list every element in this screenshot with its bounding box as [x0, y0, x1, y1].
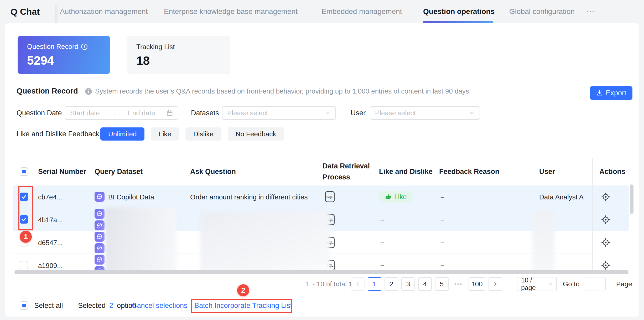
tracking-list-count: 18 [136, 54, 230, 68]
like-badge: Like [379, 191, 413, 203]
tracking-list-card[interactable]: Tracking List 18 [127, 36, 230, 74]
column-header-ask-question: Ask Question [190, 158, 236, 185]
annotation-step-1: 1 [20, 231, 32, 243]
feedback-option-dislike[interactable]: Dislike [185, 127, 221, 141]
serial-number-cell: 4b17a... [38, 216, 63, 224]
serial-number-cell: d6547... [38, 239, 63, 247]
select-all-label[interactable]: Select all [34, 295, 63, 316]
feedback-option-no-feedback[interactable]: No Feedback [228, 127, 284, 141]
select-all-checkbox[interactable] [20, 301, 28, 310]
header-checkbox[interactable] [20, 167, 28, 176]
user-label: User [351, 106, 366, 120]
column-header-query-dataset: Query Dataset [95, 158, 143, 185]
tab-enterprise-knowledge-base-management[interactable]: Enterprise knowledge base management [164, 0, 298, 23]
tabs-more-button[interactable]: ⋯ [586, 0, 595, 23]
dataset-icon [95, 209, 105, 219]
page-button-1[interactable]: 1 [368, 277, 381, 291]
actions-column-separator [592, 158, 593, 271]
question-operations-page: Q Chat Authorization management Enterpri… [0, 0, 644, 320]
pagination-ellipsis[interactable]: ••• [452, 277, 465, 291]
tab-authorization-management[interactable]: Authorization management [60, 0, 148, 23]
section-description: System records the user’s Q&A records ba… [95, 87, 471, 95]
selected-count: 2 [109, 302, 113, 310]
cancel-selections-link[interactable]: Cancel selections [132, 295, 188, 316]
add-to-tracking-icon[interactable] [601, 238, 610, 247]
datasets-label: Datasets [191, 106, 219, 120]
user-cell: Data Analyst A [539, 193, 584, 201]
add-to-tracking-icon[interactable] [601, 192, 610, 202]
datasets-select-placeholder: Please select [227, 109, 268, 117]
chevron-left-icon [355, 281, 361, 287]
thumb-up-icon [385, 193, 392, 200]
column-header-feedback-reason: Feedback Reason [439, 158, 500, 185]
row-checkbox[interactable] [20, 261, 28, 269]
section-title: Question Record [17, 87, 78, 95]
vertical-scrollbar[interactable] [630, 184, 633, 214]
feedback-reason-cell: – [440, 193, 444, 201]
serial-number-cell: cb7e4... [38, 193, 63, 201]
start-date-placeholder[interactable]: Start date [70, 109, 100, 117]
add-to-tracking-icon[interactable] [601, 261, 610, 270]
annotation-box-1 [18, 186, 33, 230]
active-tab-underline [423, 21, 493, 23]
add-to-tracking-icon[interactable] [601, 215, 610, 224]
redacted-dataset-names [105, 208, 176, 271]
like-badge-label: Like [394, 193, 407, 201]
page-button-3[interactable]: 3 [401, 277, 415, 291]
column-header-user: User [539, 158, 555, 185]
calendar-icon [166, 110, 173, 116]
table-body: cb7e4... BI Copilot Data Order amount ra… [0, 185, 644, 271]
dataset-icon [95, 255, 105, 265]
column-header-like-and-dislike: Like and Dislike [379, 158, 433, 185]
selected-row-highlight [13, 185, 629, 208]
user-select[interactable]: Please select [370, 106, 480, 120]
export-button-label: Export [606, 89, 626, 97]
page-button-2[interactable]: 2 [385, 277, 398, 291]
tab-global-configuration[interactable]: Global configuration [509, 0, 575, 23]
like-dislike-cell: – [380, 216, 384, 224]
page-button-4[interactable]: 4 [418, 277, 432, 291]
sql-icon[interactable]: SQL [325, 191, 335, 202]
tab-embedded-management[interactable]: Embedded management [321, 0, 402, 23]
like-dislike-cell: – [380, 261, 384, 270]
feedback-reason-cell: – [440, 239, 444, 247]
page-size-value: 10 / page [521, 276, 548, 292]
goto-page-input[interactable] [584, 277, 606, 291]
feedback-option-unlimited[interactable]: Unlimited [100, 127, 144, 141]
query-dataset-cell: BI Copilot Data [108, 193, 154, 201]
page-label: Page [616, 273, 632, 295]
ask-question-cell: Order amount ranking in different cities [190, 193, 308, 201]
annotation-box-2 [191, 299, 292, 313]
datasets-select[interactable]: Please select [222, 106, 336, 120]
end-date-placeholder[interactable]: End date [128, 109, 155, 117]
info-icon [81, 43, 88, 50]
next-page-button[interactable] [489, 277, 502, 291]
feedback-option-like[interactable]: Like [151, 127, 179, 141]
chevron-down-icon [324, 110, 331, 116]
column-header-data-retrieval-process: Data Retrieval Process [323, 158, 372, 185]
selected-prefix: Selected [78, 302, 106, 310]
feedback-filter-label: Like and Dislike Feedback [17, 127, 99, 141]
tab-scroll-shadow [55, 5, 59, 25]
annotation-step-2: 2 [237, 284, 249, 296]
chevron-down-icon [469, 110, 475, 116]
prev-page-button[interactable] [351, 277, 365, 291]
question-date-label: Question Date [17, 106, 62, 120]
export-button[interactable]: Export [590, 86, 632, 100]
question-record-card[interactable]: Question Record 5294 [18, 36, 110, 74]
dataset-icon [95, 232, 105, 242]
page-button-5[interactable]: 5 [435, 277, 449, 291]
date-range-input[interactable]: Start date → End date [65, 106, 178, 120]
download-icon [596, 90, 603, 96]
page-button-100[interactable]: 100 [469, 277, 485, 291]
page-size-select[interactable]: 10 / page [517, 277, 557, 291]
question-record-count: 5294 [27, 53, 110, 68]
app-title: Q Chat [11, 0, 40, 23]
chevron-down-icon [548, 281, 553, 287]
tab-question-operations[interactable]: Question operations [423, 0, 495, 23]
column-header-serial-number: Serial Number [38, 158, 86, 185]
dataset-icon [95, 220, 105, 230]
section-info-icon [85, 88, 92, 95]
dataset-icon [95, 243, 105, 253]
serial-number-cell: a1909... [38, 262, 63, 270]
